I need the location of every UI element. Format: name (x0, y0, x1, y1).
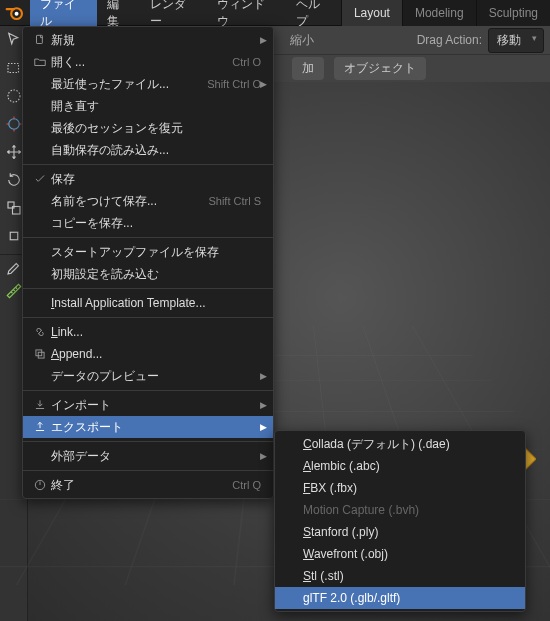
doc-icon (29, 33, 51, 47)
submenu-arrow-icon: ▶ (260, 422, 267, 432)
svg-rect-7 (10, 232, 18, 240)
menu-item-label: Stl (.stl) (303, 569, 513, 583)
menu-item-label: glTF 2.0 (.glb/.gltf) (303, 591, 513, 605)
menu-item-label: 自動保存の読み込み... (51, 142, 261, 159)
link-icon (29, 325, 51, 339)
menu-item-label: 名前をつけて保存... (51, 193, 184, 210)
menu-item-shortcut: Shift Ctrl O (207, 78, 261, 90)
menu-item-label: Collada (デフォルト) (.dae) (303, 436, 513, 453)
object-menu[interactable]: オブジェクト (334, 57, 426, 80)
file-menu-item[interactable]: 自動保存の読み込み... (23, 139, 273, 161)
submenu-arrow-icon: ▶ (260, 79, 267, 89)
svg-rect-11 (38, 352, 44, 358)
add-menu[interactable]: 加 (292, 57, 324, 80)
menu-item-label: 最後のセッションを復元 (51, 120, 261, 137)
workspace-tab-layout[interactable]: Layout (341, 0, 402, 26)
file-menu-item[interactable]: Append... (23, 343, 273, 365)
export-menu-item: Motion Capture (.bvh) (275, 499, 525, 521)
export-menu-item[interactable]: Wavefront (.obj) (275, 543, 525, 565)
file-menu-item[interactable]: コピーを保存... (23, 212, 273, 234)
file-menu-item[interactable]: Link... (23, 321, 273, 343)
svg-point-1 (15, 11, 19, 15)
export-menu-item[interactable]: Collada (デフォルト) (.dae) (275, 433, 525, 455)
svg-point-3 (8, 90, 20, 102)
menu-item-label: インポート (51, 397, 261, 414)
svg-rect-2 (8, 64, 19, 73)
menu-separator (23, 164, 273, 165)
svg-rect-5 (8, 202, 14, 208)
file-menu-item[interactable]: 外部データ▶ (23, 445, 273, 467)
menu-item-shortcut: Shift Ctrl S (208, 195, 261, 207)
menu-separator (23, 317, 273, 318)
menu-item-label: 新規 (51, 32, 261, 49)
submenu-arrow-icon: ▶ (260, 400, 267, 410)
file-menu-item[interactable]: 新規▶ (23, 29, 273, 51)
menu-item-label: Stanford (.ply) (303, 525, 513, 539)
menu-item-label: Wavefront (.obj) (303, 547, 513, 561)
check-icon (29, 172, 51, 186)
menu-item-label: 外部データ (51, 448, 261, 465)
file-menu-item[interactable]: スタートアップファイルを保存 (23, 241, 273, 263)
power-icon (29, 478, 51, 492)
export-menu-item[interactable]: glTF 2.0 (.glb/.gltf) (275, 587, 525, 609)
menu-item-shortcut: Ctrl Q (232, 479, 261, 491)
menu-separator (23, 390, 273, 391)
export-menu-item[interactable]: FBX (.fbx) (275, 477, 525, 499)
menu-item-label: Link... (51, 325, 261, 339)
file-menu-item[interactable]: インポート▶ (23, 394, 273, 416)
menu-item-label: 開き直す (51, 98, 261, 115)
file-menu-item[interactable]: 最近使ったファイル...Shift Ctrl O▶ (23, 73, 273, 95)
menu-item-label: 開く... (51, 54, 208, 71)
menu-item-label: Append... (51, 347, 261, 361)
workspace-tab-sculpting[interactable]: Sculpting (476, 0, 550, 26)
menu-item-label: エクスポート (51, 419, 261, 436)
import-icon (29, 398, 51, 412)
menu-item-label: Alembic (.abc) (303, 459, 513, 473)
file-menu-item[interactable]: 開き直す (23, 95, 273, 117)
append-icon (29, 347, 51, 361)
menu-item-label: FBX (.fbx) (303, 481, 513, 495)
file-menu-item[interactable]: データのプレビュー▶ (23, 365, 273, 387)
blender-logo-icon (4, 2, 26, 24)
file-menu-item[interactable]: 名前をつけて保存...Shift Ctrl S (23, 190, 273, 212)
file-menu: 新規▶開く...Ctrl O最近使ったファイル...Shift Ctrl O▶開… (22, 26, 274, 499)
submenu-arrow-icon: ▶ (260, 35, 267, 45)
file-menu-item[interactable]: 終了Ctrl Q (23, 474, 273, 496)
menu-item-label: Install Application Template... (51, 296, 261, 310)
svg-rect-9 (37, 35, 43, 43)
file-menu-item[interactable]: 開く...Ctrl O (23, 51, 273, 73)
menu-item-label: コピーを保存... (51, 215, 261, 232)
menu-item-shortcut: Ctrl O (232, 56, 261, 68)
file-menu-item[interactable]: 保存 (23, 168, 273, 190)
workspace-tabs: LayoutModelingSculpting (341, 0, 550, 26)
folder-icon (29, 55, 51, 69)
export-menu-item[interactable]: Stanford (.ply) (275, 521, 525, 543)
menu-separator (23, 470, 273, 471)
submenu-arrow-icon: ▶ (260, 451, 267, 461)
submenu-arrow-icon: ▶ (260, 371, 267, 381)
scale-label: 縮小 (290, 32, 314, 49)
svg-rect-10 (36, 350, 42, 356)
menu-item-label: 最近使ったファイル... (51, 76, 183, 93)
top-menubar: ファイル編集レンダーウィンドウヘルプ LayoutModelingSculpti… (0, 0, 550, 26)
export-submenu: Collada (デフォルト) (.dae)Alembic (.abc)FBX … (274, 430, 526, 612)
menu-separator (23, 237, 273, 238)
file-menu-item[interactable]: エクスポート▶ (23, 416, 273, 438)
file-menu-item[interactable]: 初期設定を読み込む (23, 263, 273, 285)
menu-item-label: Motion Capture (.bvh) (303, 503, 513, 517)
export-icon (29, 420, 51, 434)
menu-separator (23, 288, 273, 289)
drag-action-dropdown[interactable]: 移動 (488, 28, 544, 53)
menu-item-label: 保存 (51, 171, 261, 188)
drag-action-label: Drag Action: (417, 33, 482, 47)
svg-point-4 (9, 119, 20, 130)
menu-item-label: 終了 (51, 477, 208, 494)
export-menu-item[interactable]: Alembic (.abc) (275, 455, 525, 477)
file-menu-item[interactable]: Install Application Template... (23, 292, 273, 314)
menu-item-label: スタートアップファイルを保存 (51, 244, 261, 261)
menu-separator (23, 441, 273, 442)
menu-item-label: データのプレビュー (51, 368, 261, 385)
export-menu-item[interactable]: Stl (.stl) (275, 565, 525, 587)
file-menu-item[interactable]: 最後のセッションを復元 (23, 117, 273, 139)
workspace-tab-modeling[interactable]: Modeling (402, 0, 476, 26)
